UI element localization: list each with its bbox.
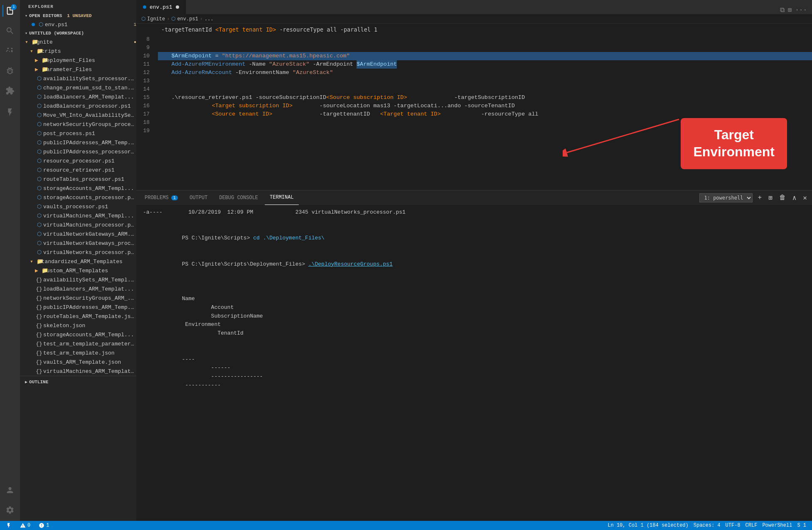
sidebar-header: EXPLORER [20,0,136,12]
status-encoding[interactable]: UTF-8 [723,523,743,528]
terminal-label: TERMINAL [270,195,294,200]
outline-section[interactable]: ▶ OUTLINE [20,378,136,386]
file-storage-processor[interactable]: ⬡ storageAccounts_processor.ps1 [20,193,136,202]
file-lb-json[interactable]: {} loadBalancers_ARM_Templat... [20,284,136,293]
source-control-icon[interactable] [2,43,17,58]
ps1-icon-vm-arm: ⬡ [35,212,43,219]
file-test-param-json[interactable]: {} test_arm_template_parameter... [20,339,136,348]
maximize-panel-button[interactable]: ∧ [791,193,798,203]
file-test-json[interactable]: {} test_arm_template.json [20,348,136,357]
file-vng-processor[interactable]: ⬡ virtualNetworkGateways_proc... [20,239,136,248]
breadcrumb-file[interactable]: env.ps1 [177,16,198,22]
code-line-13 [158,77,812,85]
json-icon-vaults: {} [35,359,43,365]
folder-custom-arm[interactable]: ▶ 📁 Custom_ARM_Templates [20,266,136,275]
tab-env-ps1[interactable]: env.ps1 [136,0,186,14]
tab-terminal[interactable]: TERMINAL [265,190,299,205]
file-nsg-json[interactable]: {} networkSecurityGroups_ARM_... [20,293,136,303]
json-icon-sa: {} [35,332,43,338]
workspace-section[interactable]: ▾ UNTITLED (WORKSPACE) [20,29,136,37]
search-icon[interactable] [2,23,17,38]
terminal-prompt-deploy-rg: PS C:\Ignite\Scripts\Deployment_Files> .… [143,251,805,277]
code-lines[interactable]: $ArmEndpoint = "https://management.mas15… [153,34,812,190]
breadcrumb-sep1: › [167,16,170,22]
folder-standardized-arm[interactable]: ▾ 📁 Standardized_ARM_Templates [20,257,136,266]
file-resource-processor[interactable]: ⬡ resource_processor.ps1 [20,156,136,165]
file-as-json[interactable]: {} availabilitySets_ARM_Templ... [20,275,136,284]
status-position[interactable]: Ln 10, Col 1 (184 selected) [605,523,691,528]
tab-debug-console[interactable]: DEBUG CONSOLE [214,190,263,205]
split-terminal-button[interactable]: ⊞ [767,193,774,203]
folder-parameter-label: Parameter_Files [43,67,136,73]
code-line-10: $ArmEndpoint = "https://management.mas15… [158,52,812,60]
file-lb-json-label: loadBalancers_ARM_Templat... [43,286,136,292]
extensions-icon[interactable] [2,83,17,98]
ps1-icon-vaults: ⬡ [35,203,43,210]
close-panel-button[interactable]: ✕ [801,193,809,203]
debug-icon[interactable] [2,63,17,78]
file-vm-json[interactable]: {} virtualMachines_ARM_Templat... [20,367,136,376]
file-storage-arm[interactable]: ⬡ storageAccounts_ARM_Templ... [20,184,136,193]
more-actions-icon[interactable]: ··· [795,6,807,14]
file-change-premium[interactable]: ⬡ change_premium_ssd_to_stan... [20,83,136,92]
file-post-process[interactable]: ⬡ post_process.ps1 [20,129,136,138]
editor-layout-icon[interactable]: ⊞ [788,6,792,14]
settings-icon[interactable] [2,503,17,518]
file-vnet-processor[interactable]: ⬡ virtualNetworks_processor.ps1 [20,248,136,257]
json-icon-test: {} [35,350,43,356]
file-sa-json[interactable]: {} storageAccounts_ARM_Templ... [20,330,136,339]
kill-terminal-button[interactable]: 🗑 [778,193,787,202]
code-line-19 [158,143,812,152]
folder-std-arm-label: Standardized_ARM_Templates [38,259,136,265]
code-editor[interactable]: -targetTenantId <Target tenant ID> -reso… [136,24,812,190]
file-lb-processor[interactable]: ⬡ loadBalancers_processor.ps1 [20,101,136,111]
status-spaces[interactable]: Spaces: 4 [691,523,723,528]
files-icon[interactable]: 1 [2,3,17,18]
status-language[interactable]: PowerShell [760,523,795,528]
status-eol[interactable]: CRLF [743,523,760,528]
file-resource-retriever[interactable]: ⬡ resource_retriever.ps1 [20,165,136,175]
file-move-vm[interactable]: ⬡ Move_VM_Into_AvailabilitySet... [20,111,136,120]
ps1-icon-sa-proc: ⬡ [35,194,43,201]
tab-problems[interactable]: PROBLEMS 1 [140,190,183,205]
file-skeleton-json[interactable]: {} skeleton.json [20,321,136,330]
file-rt-json[interactable]: {} routeTables_ARM_Template.json [20,312,136,321]
folder-deployment-files[interactable]: ▶ 📁 Deployment_Files [20,56,136,65]
folder-ignite-label: Ignite [33,39,132,45]
file-route-tables[interactable]: ⬡ routeTables_processor.ps1 [20,175,136,184]
file-lb-arm[interactable]: ⬡ loadBalancers_ARM_Templat... [20,92,136,101]
status-feedback[interactable]: S 1 [795,523,809,528]
split-editor-icon[interactable]: ⧉ [780,6,785,14]
folder-scripts[interactable]: ▾ 📁 Scripts [20,47,136,56]
file-vm-processor[interactable]: ⬡ virtualMachines_processor.ps1 [20,220,136,229]
file-sa-arm-label: storageAccounts_ARM_Templ... [43,185,136,192]
status-remote[interactable] [3,521,14,530]
file-vng-arm[interactable]: ⬡ virtualNetworkGateways_ARM... [20,229,136,239]
add-terminal-button[interactable]: + [756,193,763,202]
file-pip-arm[interactable]: ⬡ publicIPAddresses_ARM_Temp... [20,138,136,147]
open-editors-section[interactable]: ▾ OPEN EDITORS 1 UNSAVED [20,12,136,20]
terminal-prompt-cd: PS C:\Ignite\Scripts> cd .\Deployment_Fi… [143,226,805,251]
breadcrumb-ignite[interactable]: Ignite [147,16,165,22]
terminal-shell-select[interactable]: 1: powershell [699,193,753,202]
terminal-content[interactable]: -a---- 10/28/2019 12:09 PM 2345 virtualN… [136,205,812,389]
file-vaults-processor[interactable]: ⬡ vaults_processor.ps1 [20,202,136,211]
ps1-icon-move-vm: ⬡ [35,112,43,118]
open-editor-env-ps1[interactable]: ⬡ env.ps1 1 [20,20,136,29]
status-warnings[interactable]: 0 [17,521,33,530]
file-nsg-processor[interactable]: ⬡ networkSecurityGroups_proce... [20,120,136,129]
status-errors[interactable]: 1 [36,521,52,530]
debug-console-label: DEBUG CONSOLE [219,195,258,201]
remote-icon[interactable] [2,105,17,120]
file-vm-arm[interactable]: ⬡ virtualMachines_ARM_Templ... [20,211,136,220]
account-icon[interactable] [2,483,17,498]
tab-bar: env.ps1 ⧉ ⊞ ··· [136,0,812,15]
file-pip-processor[interactable]: ⬡ publicIPAddresses_processor.... [20,147,136,156]
editor-area: env.ps1 ⧉ ⊞ ··· ⬡ Ignite › ⬡ env.ps1 › .… [136,0,812,521]
tab-output[interactable]: OUTPUT [185,190,212,205]
file-pip-json[interactable]: {} publicIPAddresses_ARM_Temp... [20,303,136,312]
folder-parameter-files[interactable]: ▶ 📁 Parameter_Files [20,65,136,74]
file-vaults-json[interactable]: {} vaults_ARM_Template.json [20,357,136,367]
folder-ignite[interactable]: ▾ 📁 Ignite ● [20,37,136,47]
file-availability-sets-processor[interactable]: ⬡ availabilitySets_processor.ps1 [20,74,136,83]
